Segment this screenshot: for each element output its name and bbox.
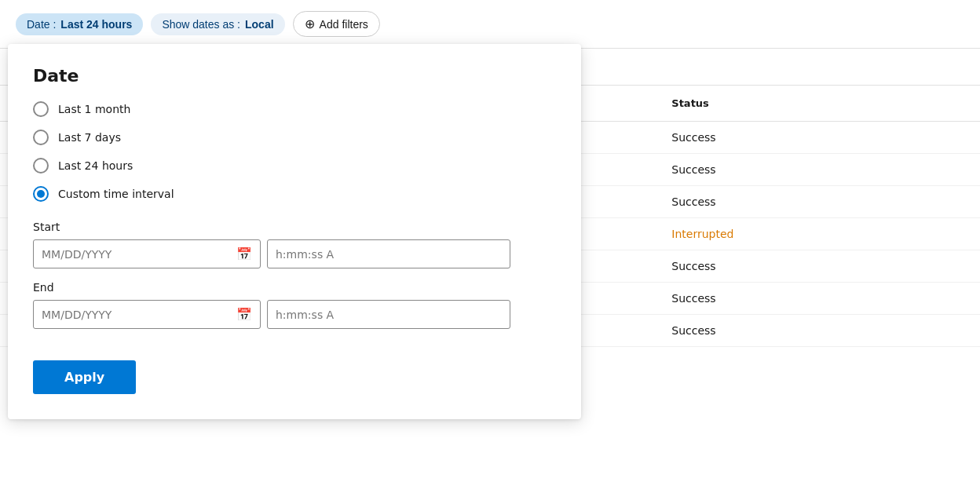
date-filter-chip[interactable]: Date : Last 24 hours: [16, 13, 143, 35]
main-content: Date Last 1 month Last 7 days Last 24 ho…: [0, 49, 980, 504]
col-status-label: Status: [671, 97, 709, 109]
radio-label-last24hours: Last 24 hours: [58, 159, 133, 172]
radio-group: Last 1 month Last 7 days Last 24 hours C…: [33, 101, 556, 202]
radio-label-custom: Custom time interval: [58, 188, 174, 200]
start-date-field[interactable]: [42, 248, 230, 261]
page-wrapper: Date : Last 24 hours Show dates as : Loc…: [0, 0, 980, 504]
table-cell-status: Success: [659, 315, 980, 347]
show-dates-chip[interactable]: Show dates as : Local: [151, 13, 284, 35]
radio-option-custom[interactable]: Custom time interval: [33, 186, 556, 202]
end-label: End: [33, 281, 556, 294]
date-dropdown-panel: Date Last 1 month Last 7 days Last 24 ho…: [8, 44, 581, 419]
start-input-row: 📅: [33, 239, 556, 268]
add-filter-icon: ⊕: [305, 16, 315, 31]
end-input-row: 📅: [33, 300, 556, 329]
radio-circle-last7days: [33, 130, 49, 145]
add-filters-label: Add filters: [320, 18, 368, 31]
radio-circle-custom: [33, 186, 49, 202]
end-date-input[interactable]: 📅: [33, 300, 261, 329]
end-time-field[interactable]: [267, 300, 510, 329]
start-time-field[interactable]: [267, 239, 510, 268]
radio-option-last1month[interactable]: Last 1 month: [33, 101, 556, 117]
start-label: Start: [33, 221, 556, 233]
start-calendar-icon[interactable]: 📅: [236, 247, 252, 261]
radio-option-last24hours[interactable]: Last 24 hours: [33, 158, 556, 173]
table-cell-status: Success: [659, 283, 980, 315]
radio-label-last1month: Last 1 month: [58, 103, 130, 115]
dropdown-title: Date: [33, 66, 556, 86]
end-input-section: End 📅: [33, 281, 556, 329]
table-cell-status: Success: [659, 186, 980, 218]
end-calendar-icon[interactable]: 📅: [236, 307, 252, 322]
add-filters-button[interactable]: ⊕ Add filters: [293, 11, 380, 37]
show-dates-prefix: Show dates as :: [162, 18, 240, 31]
date-chip-value: Last 24 hours: [60, 18, 132, 31]
filter-bar: Date : Last 24 hours Show dates as : Loc…: [0, 0, 980, 49]
table-cell-status: Success: [659, 154, 980, 186]
end-date-field[interactable]: [42, 309, 230, 321]
show-dates-value: Local: [245, 18, 274, 31]
date-chip-prefix: Date :: [27, 18, 56, 31]
table-cell-status: Success: [659, 122, 980, 154]
col-status: Status: [659, 86, 980, 122]
start-date-input[interactable]: 📅: [33, 239, 261, 268]
start-input-section: Start 📅: [33, 221, 556, 268]
apply-button[interactable]: Apply: [33, 360, 136, 394]
radio-circle-last24hours: [33, 158, 49, 173]
table-cell-status: Interrupted: [659, 218, 980, 250]
radio-option-last7days[interactable]: Last 7 days: [33, 130, 556, 145]
radio-circle-last1month: [33, 101, 49, 117]
table-cell-status: Success: [659, 250, 980, 283]
radio-label-last7days: Last 7 days: [58, 131, 121, 144]
